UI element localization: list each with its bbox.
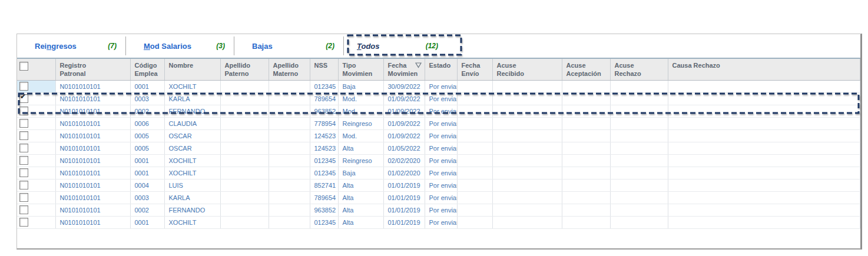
cell-tipo_movimien[interactable]: Mod. [338, 105, 383, 117]
cell-acuse_recibido[interactable] [492, 117, 562, 129]
cell-acuse_aceptacion[interactable] [562, 105, 610, 117]
cell-estado[interactable]: Por enviar [425, 129, 457, 142]
cell-acuse_recibido[interactable] [492, 216, 562, 228]
cell-registro_patronal[interactable]: N0101010101 [55, 92, 130, 105]
cell-fecha_envio[interactable] [457, 80, 492, 92]
cell-acuse_rechazo[interactable] [610, 179, 668, 191]
row-checkbox[interactable] [19, 107, 28, 115]
cell-fecha_movimien[interactable]: 02/02/2020 [383, 154, 425, 167]
cell-estado[interactable]: Por enviar [425, 216, 457, 228]
cell-acuse_recibido[interactable] [492, 80, 562, 92]
cell-nombre[interactable]: FERNANDO [164, 105, 220, 117]
cell-apellido_paterno[interactable] [220, 92, 269, 105]
cell-fecha_movimien[interactable]: 01/09/2022 [383, 92, 425, 105]
cell-causa_rechazo[interactable] [668, 80, 860, 92]
cell-apellido_materno[interactable] [269, 142, 310, 154]
cell-estado[interactable]: Por enviar [425, 105, 457, 117]
cell-apellido_materno[interactable] [269, 129, 310, 142]
cell-apellido_materno[interactable] [269, 80, 310, 92]
cell-nss[interactable]: 012345 [310, 80, 338, 92]
cell-acuse_aceptacion[interactable] [562, 154, 610, 167]
column-header-tipo_movimien[interactable]: TipoMovimien [338, 59, 383, 80]
cell-causa_rechazo[interactable] [668, 204, 860, 216]
column-header-fecha_envio[interactable]: FechaEnvío [457, 59, 492, 80]
table-row[interactable]: N01010101010004LUIS852741Alta01/01/2019P… [17, 179, 860, 191]
cell-apellido_materno[interactable] [269, 117, 310, 129]
cell-nombre[interactable]: XOCHILT [164, 167, 220, 179]
cell-estado[interactable]: Por enviar [425, 92, 457, 105]
cell-codigo_emplea[interactable]: 0005 [130, 142, 164, 154]
cell-fecha_movimien[interactable]: 01/01/2019 [383, 216, 425, 228]
cell-nss[interactable]: 963852 [310, 105, 338, 117]
cell-acuse_rechazo[interactable] [610, 142, 668, 154]
row-checkbox[interactable] [19, 131, 28, 140]
cell-acuse_rechazo[interactable] [610, 117, 668, 129]
tab-reingresos[interactable]: Reingresos (7) [17, 34, 126, 58]
cell-tipo_movimien[interactable]: Baja [338, 167, 383, 179]
column-header-causa_rechazo[interactable]: Causa Rechazo [668, 59, 860, 80]
cell-nss[interactable]: 789654 [310, 92, 338, 105]
cell-acuse_recibido[interactable] [492, 204, 562, 216]
cell-registro_patronal[interactable]: N0101010101 [55, 80, 130, 92]
cell-apellido_paterno[interactable] [220, 105, 269, 117]
cell-acuse_recibido[interactable] [492, 129, 562, 142]
cell-estado[interactable]: Por enviar [425, 204, 457, 216]
cell-apellido_materno[interactable] [269, 105, 310, 117]
cell-causa_rechazo[interactable] [668, 92, 860, 105]
cell-causa_rechazo[interactable] [668, 105, 860, 117]
cell-codigo_emplea[interactable]: 0001 [130, 80, 164, 92]
cell-acuse_aceptacion[interactable] [562, 216, 610, 228]
cell-apellido_paterno[interactable] [220, 154, 269, 167]
cell-acuse_recibido[interactable] [492, 167, 562, 179]
row-checkbox[interactable] [19, 82, 28, 91]
cell-fecha_envio[interactable] [457, 105, 492, 117]
cell-registro_patronal[interactable]: N0101010101 [55, 129, 130, 142]
cell-tipo_movimien[interactable]: Alta [338, 216, 383, 228]
cell-codigo_emplea[interactable]: 0003 [130, 92, 164, 105]
column-header-apellido_paterno[interactable]: ApellidoPaterno [220, 59, 269, 80]
cell-registro_patronal[interactable]: N0101010101 [55, 154, 130, 167]
cell-tipo_movimien[interactable]: Mod. [338, 92, 383, 105]
cell-codigo_emplea[interactable]: 0006 [130, 117, 164, 129]
cell-nss[interactable]: 012345 [310, 154, 338, 167]
row-checkbox[interactable]: ✔ [19, 94, 28, 103]
cell-estado[interactable]: Por enviar [425, 154, 457, 167]
cell-codigo_emplea[interactable]: 0005 [130, 129, 164, 142]
cell-tipo_movimien[interactable]: Alta [338, 191, 383, 204]
cell-registro_patronal[interactable]: N0101010101 [55, 191, 130, 204]
cell-fecha_envio[interactable] [457, 204, 492, 216]
cell-apellido_paterno[interactable] [220, 191, 269, 204]
cell-apellido_paterno[interactable] [220, 117, 269, 129]
column-header-acuse_aceptacion[interactable]: AcuseAceptación [562, 59, 610, 80]
cell-nss[interactable]: 124523 [310, 129, 338, 142]
cell-acuse_aceptacion[interactable] [562, 117, 610, 129]
cell-acuse_aceptacion[interactable] [562, 167, 610, 179]
column-header-fecha_movimien[interactable]: FechaMovimien [383, 59, 425, 80]
cell-estado[interactable]: Por enviar [425, 191, 457, 204]
cell-registro_patronal[interactable]: N0101010101 [55, 105, 130, 117]
cell-registro_patronal[interactable]: N0101010101 [55, 142, 130, 154]
cell-codigo_emplea[interactable]: 0001 [130, 154, 164, 167]
cell-nss[interactable]: 963852 [310, 204, 338, 216]
column-header-estado[interactable]: Estado [425, 59, 457, 80]
cell-acuse_rechazo[interactable] [610, 80, 668, 92]
table-row[interactable]: ✔N01010101010003KARLA789654Mod.01/09/202… [17, 92, 860, 105]
cell-tipo_movimien[interactable]: Reingreso [338, 117, 383, 129]
column-header-acuse_recibido[interactable]: AcuseRecibido [492, 59, 562, 80]
cell-acuse_recibido[interactable] [492, 142, 562, 154]
cell-nombre[interactable]: XOCHILT [164, 154, 220, 167]
cell-codigo_emplea[interactable]: 0002 [130, 105, 164, 117]
cell-causa_rechazo[interactable] [668, 167, 860, 179]
cell-acuse_aceptacion[interactable] [562, 129, 610, 142]
select-all-checkbox[interactable] [19, 62, 28, 71]
cell-apellido_materno[interactable] [269, 191, 310, 204]
cell-fecha_envio[interactable] [457, 92, 492, 105]
row-checkbox[interactable] [19, 119, 28, 128]
tab-todos[interactable]: Todos (12) [344, 34, 458, 58]
cell-apellido_paterno[interactable] [220, 142, 269, 154]
cell-acuse_recibido[interactable] [492, 92, 562, 105]
cell-registro_patronal[interactable]: N0101010101 [55, 179, 130, 191]
cell-nss[interactable]: 012345 [310, 216, 338, 228]
cell-causa_rechazo[interactable] [668, 129, 860, 142]
cell-apellido_materno[interactable] [269, 167, 310, 179]
